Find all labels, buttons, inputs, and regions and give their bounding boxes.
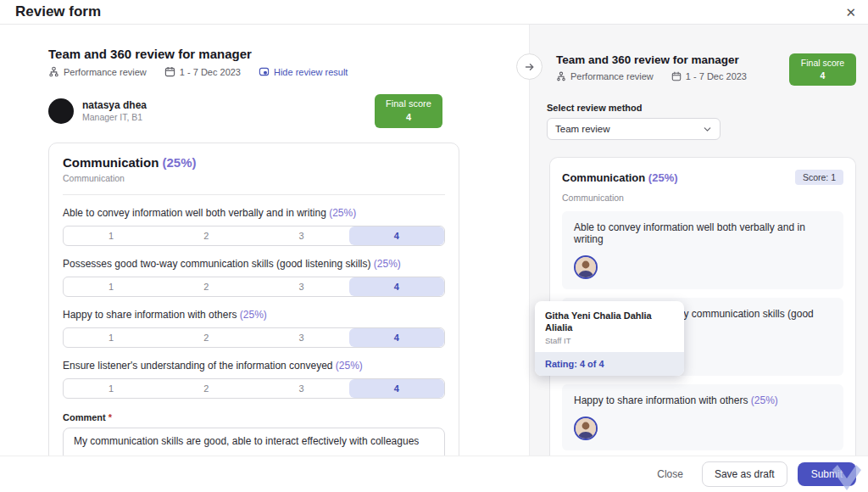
rating-option-2[interactable]: 2 [159, 226, 253, 245]
calendar-icon [164, 66, 175, 77]
hide-review-result[interactable]: Hide review result [259, 66, 348, 77]
question-text: Ensure listener's understanding of the i… [63, 360, 445, 372]
review-dates: 1 - 7 Dec 2023 [164, 66, 241, 77]
rating-option-3[interactable]: 3 [254, 277, 349, 296]
result-section-weight: (25%) [648, 171, 678, 184]
rating-option-4-selected[interactable]: 4 [349, 328, 444, 347]
org-hierarchy-icon [48, 66, 59, 77]
modal-title: Review form [15, 3, 101, 20]
question-text: Possesses good two-way communication ski… [63, 258, 445, 270]
review-method-select[interactable]: Team review [547, 118, 721, 140]
review-type: Performance review [48, 66, 147, 77]
save-as-draft-button[interactable]: Save as draft [702, 461, 787, 487]
org-hierarchy-icon [556, 71, 566, 81]
toggle-visibility-icon [259, 66, 270, 77]
final-score-badge: Final score 4 [375, 94, 442, 128]
result-section-subtitle: Communication [562, 193, 843, 203]
section-score-badge: Score: 1 [795, 170, 843, 185]
review-title: Team and 360 review for manager [48, 47, 529, 61]
rating-option-2[interactable]: 2 [159, 277, 253, 296]
rating-option-1[interactable]: 1 [64, 328, 159, 347]
question-1-weight: (25%) [329, 207, 356, 219]
final-score-label: Final score [383, 98, 434, 111]
reviewee-name: natasya dhea [82, 99, 147, 111]
result-meta: Performance review 1 - 7 Dec 2023 [556, 71, 747, 81]
section-title-text: Communication [63, 155, 159, 170]
rating-scale-question-4: 1 2 3 4 [63, 378, 445, 399]
reviewee-avatar [48, 98, 74, 124]
comment-label: Comment * [63, 412, 445, 422]
rating-option-2[interactable]: 2 [159, 328, 253, 347]
rating-option-4-selected[interactable]: 4 [349, 226, 444, 245]
submit-button[interactable]: Submit [798, 462, 856, 486]
rating-option-4-selected[interactable]: 4 [349, 277, 444, 296]
result-final-score-value: 4 [798, 70, 848, 82]
rating-option-1[interactable]: 1 [64, 226, 159, 245]
question-4-text: Ensure listener's understanding of the i… [63, 360, 332, 372]
rating-option-3[interactable]: 3 [254, 226, 349, 245]
result-review-date-label: 1 - 7 Dec 2023 [686, 71, 747, 81]
review-date-label: 1 - 7 Dec 2023 [180, 67, 241, 77]
comment-label-text: Comment [63, 412, 106, 422]
section-divider [63, 194, 445, 195]
communication-section-card: Communication (25%) Communication Able t… [48, 143, 459, 456]
result-review-dates: 1 - 7 Dec 2023 [671, 71, 747, 81]
result-question-3-body: Happy to share information with others [574, 394, 748, 406]
close-button[interactable]: Close [648, 462, 692, 486]
result-question-item: Able to convey information well both ver… [562, 211, 843, 289]
rating-scale-question-3: 1 2 3 4 [63, 327, 445, 348]
rating-option-3[interactable]: 3 [254, 379, 349, 398]
modal-header: Review form ✕ [0, 0, 868, 25]
result-question-1-text: Able to convey information well both ver… [574, 221, 832, 245]
tooltip-rating: Rating: 4 of 4 [535, 352, 684, 376]
question-3-weight: (25%) [240, 309, 267, 321]
review-method-label: Select review method [547, 103, 856, 113]
result-card-header: Communication (25%) Score: 1 [562, 170, 843, 185]
rating-option-3[interactable]: 3 [254, 328, 349, 347]
reviewee-row: natasya dhea Manager IT, B1 Final score … [48, 94, 464, 128]
arrow-right-icon [524, 61, 536, 73]
question-3-text: Happy to share information with others [63, 309, 236, 321]
question-text: Happy to share information with others (… [63, 309, 445, 321]
reviewer-avatar[interactable] [574, 255, 598, 279]
comment-input[interactable]: My communication skills are good, able t… [63, 428, 445, 456]
result-review-type: Performance review [556, 71, 654, 81]
rating-scale-question-1: 1 2 3 4 [63, 226, 445, 246]
question-2-text: Possesses good two-way communication ski… [63, 258, 370, 270]
result-final-score-badge: Final score 4 [789, 53, 856, 86]
result-title: Team and 360 review for manager [556, 53, 747, 66]
close-icon[interactable]: ✕ [845, 6, 856, 19]
review-meta: Performance review 1 - 7 Dec 2023 Hide r… [48, 66, 529, 77]
rating-option-1[interactable]: 1 [64, 277, 159, 296]
modal-footer: Close Save as draft Submit [0, 456, 868, 492]
reviewer-avatar[interactable] [574, 417, 598, 440]
tooltip-reviewer-role: Staff IT [545, 336, 674, 345]
collapse-panel-button[interactable] [516, 53, 542, 80]
result-final-score-label: Final score [798, 57, 848, 70]
rating-option-2[interactable]: 2 [159, 379, 253, 398]
review-result-panel: Team and 360 review for manager Performa… [529, 25, 868, 456]
result-question-3-text: Happy to share information with others (… [574, 394, 832, 406]
section-subtitle: Communication [63, 173, 445, 183]
rating-option-4-selected[interactable]: 4 [349, 379, 444, 398]
hide-review-result-label[interactable]: Hide review result [274, 67, 348, 77]
rating-option-1[interactable]: 1 [64, 379, 159, 398]
question-1-text: Able to convey information well both ver… [63, 207, 326, 219]
review-method-selected: Team review [555, 124, 610, 134]
section-title: Communication (25%) [63, 155, 445, 170]
reviewee-role: Manager IT, B1 [82, 112, 147, 122]
tooltip-reviewer-name: Githa Yeni Chalia Dahlia Alialia [545, 310, 674, 334]
tooltip-header: Githa Yeni Chalia Dahlia Alialia Staff I… [535, 301, 684, 352]
review-form-modal: Review form ✕ Team and 360 review for ma… [0, 0, 868, 492]
required-asterisk: * [108, 412, 112, 422]
rating-scale-question-2: 1 2 3 4 [63, 277, 445, 297]
review-form-panel: Team and 360 review for manager Performa… [0, 25, 529, 456]
result-question-item: Happy to share information with others (… [562, 384, 843, 450]
review-type-label: Performance review [64, 67, 147, 77]
reviewee-info: natasya dhea Manager IT, B1 [82, 99, 147, 122]
result-question-3-weight: (25%) [751, 394, 778, 406]
result-section-title: Communication (25%) [562, 171, 678, 184]
result-header-info: Team and 360 review for manager Performa… [547, 53, 747, 81]
calendar-icon [671, 71, 682, 81]
result-section-title-text: Communication [562, 171, 645, 184]
